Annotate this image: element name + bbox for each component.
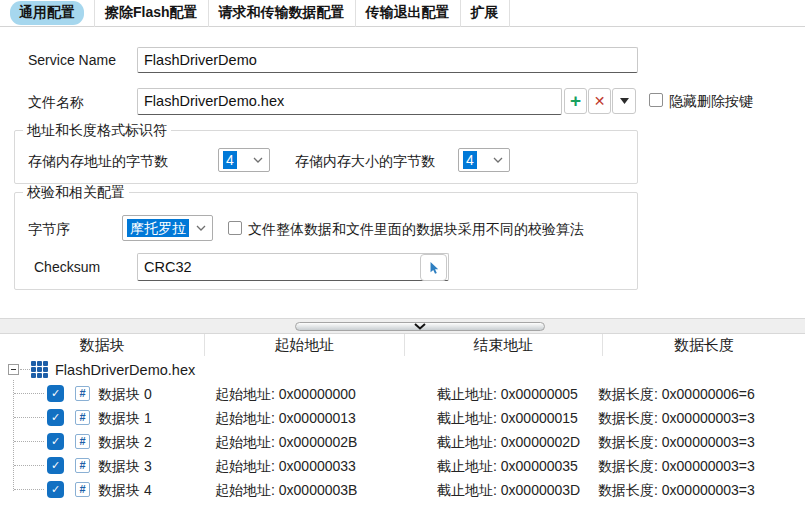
checksum-picker-button[interactable]	[420, 254, 447, 281]
block-checkbox[interactable]: ✓	[47, 433, 64, 450]
end-address: 截止地址: 0x0000003D	[437, 478, 580, 502]
byte-order-combobox[interactable]: 摩托罗拉	[122, 215, 213, 241]
table-row[interactable]: ✓ # 数据块 2 起始地址: 0x0000002B 截止地址: 0x00000…	[0, 430, 805, 454]
block-name: 数据块 3	[98, 454, 152, 478]
address-length-format-group-title: 地址和长度格式标识符	[23, 122, 171, 140]
tab-transfer-exit-config[interactable]: 传输退出配置	[356, 0, 461, 27]
block-name: 数据块 2	[98, 430, 152, 454]
check-icon: ✓	[51, 484, 60, 495]
hex-file-grid-icon	[31, 361, 48, 378]
tab-label: 请求和传输数据配置	[219, 4, 345, 22]
splitter-handle[interactable]	[295, 322, 545, 331]
data-block-table: 数据块 起始地址 结束地址 数据长度 FlashDriverDemo.hex ✓…	[0, 334, 805, 522]
table-row[interactable]: ✓ # 数据块 4 起始地址: 0x0000003B 截止地址: 0x00000…	[0, 478, 805, 502]
tab-label: 传输退出配置	[366, 4, 450, 22]
hex-file-name: FlashDriverDemo.hex	[55, 358, 195, 382]
collapse-icon[interactable]	[8, 364, 19, 375]
check-icon: ✓	[51, 436, 60, 447]
end-address: 截止地址: 0x0000002D	[437, 430, 580, 454]
table-row[interactable]: ✓ # 数据块 3 起始地址: 0x00000033 截止地址: 0x00000…	[0, 454, 805, 478]
start-address: 起始地址: 0x0000003B	[215, 478, 357, 502]
tab-extension[interactable]: 扩展	[461, 0, 510, 27]
end-address: 截止地址: 0x00000035	[437, 454, 578, 478]
table-row[interactable]: ✓ # 数据块 0 起始地址: 0x00000000 截止地址: 0x00000…	[0, 382, 805, 406]
tree-connector	[14, 489, 44, 490]
end-address: 截止地址: 0x00000015	[437, 406, 578, 430]
splitter-strip	[0, 318, 805, 334]
hash-icon: #	[75, 410, 90, 425]
start-address: 起始地址: 0x00000013	[215, 406, 356, 430]
size-bytes-value: 4	[463, 151, 477, 169]
tab-bar: 通用配置 擦除Flash配置 请求和传输数据配置 传输退出配置 扩展	[0, 0, 805, 27]
tab-label: 擦除Flash配置	[105, 4, 198, 22]
block-checkbox[interactable]: ✓	[47, 385, 64, 402]
flash-config-window: 通用配置 擦除Flash配置 请求和传输数据配置 传输退出配置 扩展 Servi…	[0, 0, 805, 522]
data-length: 数据长度: 0x00000003=3	[598, 406, 755, 430]
block-checkbox[interactable]: ✓	[47, 457, 64, 474]
diff-checksum-checkbox[interactable]	[228, 221, 242, 235]
size-bytes-combobox[interactable]: 4	[458, 148, 510, 172]
block-checkbox[interactable]: ✓	[47, 481, 64, 498]
add-file-button[interactable]: +	[564, 88, 587, 114]
start-address: 起始地址: 0x0000002B	[215, 430, 357, 454]
tree-connector	[14, 465, 44, 466]
hash-icon: #	[75, 482, 90, 497]
cursor-arrow-icon	[427, 259, 440, 277]
table-header: 数据块 起始地址 结束地址 数据长度	[0, 334, 805, 356]
end-address: 截止地址: 0x00000005	[437, 382, 578, 406]
check-icon: ✓	[51, 388, 60, 399]
service-name-label: Service Name	[28, 52, 116, 68]
checksum-label: Checksum	[34, 259, 100, 275]
byte-order-value: 摩托罗拉	[127, 219, 189, 237]
hash-icon: #	[75, 386, 90, 401]
dropdown-triangle-icon	[620, 98, 629, 104]
diff-checksum-label: 文件整体数据和文件里面的数据块采用不同的校验算法	[248, 221, 584, 239]
tree-connector	[14, 441, 44, 442]
block-name: 数据块 4	[98, 478, 152, 502]
delete-file-button[interactable]: ✕	[588, 88, 611, 114]
hide-delete-checkbox[interactable]	[649, 93, 663, 107]
checksum-config-group-title: 校验和相关配置	[23, 184, 129, 202]
tree-connector	[20, 369, 30, 370]
header-start-address: 起始地址	[205, 334, 405, 356]
service-name-input[interactable]: FlashDriverDemo	[137, 47, 638, 73]
hide-delete-label: 隐藏删除按键	[669, 93, 753, 111]
checksum-input[interactable]: CRC32	[137, 253, 449, 281]
chevron-down-icon	[196, 225, 206, 231]
header-data-block: 数据块	[0, 334, 205, 356]
tab-request-transfer-data-config[interactable]: 请求和传输数据配置	[209, 0, 356, 27]
chevron-down-icon	[493, 157, 503, 163]
tab-erase-flash-config[interactable]: 擦除Flash配置	[95, 0, 209, 27]
plus-icon: +	[570, 91, 581, 110]
block-name: 数据块 1	[98, 406, 152, 430]
addr-bytes-label: 存储内存地址的字节数	[28, 153, 168, 171]
general-config-pane: Service Name FlashDriverDemo 文件名称 FlashD…	[0, 28, 805, 318]
file-dropdown-button[interactable]	[612, 88, 636, 114]
delete-icon: ✕	[594, 94, 606, 108]
file-name-label: 文件名称	[28, 94, 84, 112]
tree-connector	[14, 393, 44, 394]
hash-icon: #	[75, 434, 90, 449]
size-bytes-label: 存储内存大小的字节数	[295, 153, 435, 171]
check-icon: ✓	[51, 460, 60, 471]
tab-label: 扩展	[471, 4, 499, 22]
data-length: 数据长度: 0x00000006=6	[598, 382, 755, 406]
tab-general-config[interactable]: 通用配置	[0, 0, 95, 27]
table-row[interactable]: ✓ # 数据块 1 起始地址: 0x00000013 截止地址: 0x00000…	[0, 406, 805, 430]
byte-order-label: 字节序	[28, 221, 70, 239]
check-icon: ✓	[51, 412, 60, 423]
tree-connector	[14, 417, 44, 418]
block-checkbox[interactable]: ✓	[47, 409, 64, 426]
header-end-address: 结束地址	[405, 334, 603, 356]
data-length: 数据长度: 0x00000003=3	[598, 454, 755, 478]
data-length: 数据长度: 0x00000003=3	[598, 478, 755, 502]
addr-bytes-combobox[interactable]: 4	[218, 148, 270, 172]
chevron-down-icon	[414, 323, 426, 330]
start-address: 起始地址: 0x00000000	[215, 382, 356, 406]
data-length: 数据长度: 0x00000003=3	[598, 430, 755, 454]
start-address: 起始地址: 0x00000033	[215, 454, 356, 478]
addr-bytes-value: 4	[223, 151, 237, 169]
hash-icon: #	[75, 458, 90, 473]
tree-root-row[interactable]: FlashDriverDemo.hex	[0, 358, 805, 382]
file-name-input[interactable]: FlashDriverDemo.hex	[137, 88, 562, 115]
